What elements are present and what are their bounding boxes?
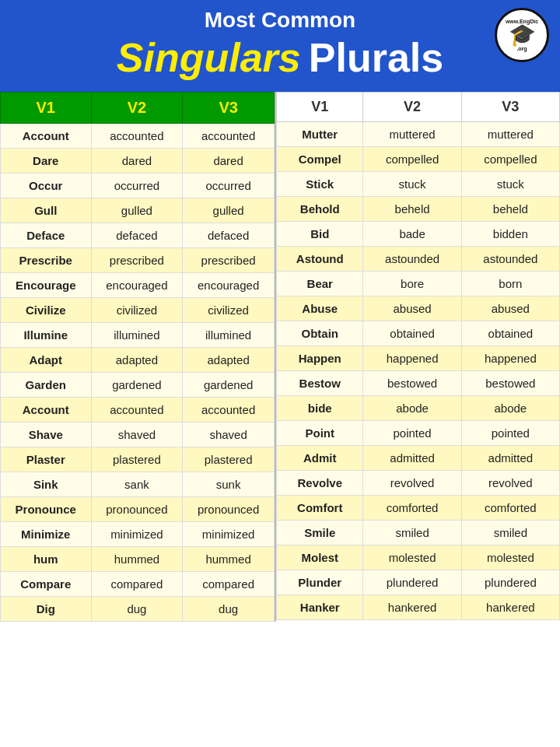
table-row: Prescribeprescribedprescribed [1,248,275,273]
table-row: Accountaccountedaccounted [1,398,275,423]
table-cell: beheld [363,197,461,222]
table-cell: minimized [183,522,275,547]
engdic-logo: www.EngDic 🎓 .org [495,8,549,62]
table-cell: Sink [1,472,92,497]
plurals-label: Plurals [309,34,443,81]
table-cell: civilized [91,298,183,323]
right-table-body: MuttermutteredmutteredCompelcompelledcom… [277,122,560,620]
subtitle-row: Singulars Plurals [16,34,544,81]
left-col-v2: V2 [91,93,183,124]
table-cell: Astound [277,247,363,272]
table-row: Daredareddared [1,149,275,174]
table-cell: encouraged [91,273,183,298]
table-row: Bidbadebidden [277,222,560,247]
table-cell: prescribed [183,248,275,273]
table-cell: stuck [363,172,461,197]
table-cell: compared [91,572,183,597]
singulars-label: Singulars [117,34,301,81]
table-cell: adapted [91,348,183,373]
table-cell: hummed [91,547,183,572]
left-col-v3: V3 [183,93,275,124]
table-cell: Molest [277,545,363,570]
table-cell: astounded [363,247,461,272]
table-cell: Stick [277,172,363,197]
table-cell: obtained [461,321,559,346]
table-cell: accounted [183,398,275,423]
table-row: Plasterplasteredplastered [1,447,275,472]
right-col-v2: V2 [363,93,461,122]
table-row: Occuroccurredoccurred [1,174,275,198]
table-cell: Compare [1,572,92,597]
table-cell: plastered [183,447,275,472]
table-cell: Plaster [1,447,92,472]
table-cell: Encourage [1,273,92,298]
table-cell: abused [461,296,559,321]
table-cell: Pronounce [1,497,92,522]
table-cell: Compel [277,147,363,172]
table-cell: revolved [461,471,559,496]
table-cell: illumined [91,323,183,348]
table-cell: Dig [1,597,92,622]
table-row: Molestmolestedmolested [277,545,560,570]
table-cell: Bid [277,222,363,247]
table-cell: Mutter [277,122,363,147]
most-common-title: Most Common [16,8,544,33]
table-cell: pronounced [183,497,275,522]
left-table-body: AccountaccountedaccountedDaredareddaredO… [1,124,275,622]
table-cell: comforted [461,496,559,521]
table-cell: Dare [1,149,92,174]
table-cell: revolved [363,471,461,496]
table-cell: Bestow [277,371,363,396]
table-cell: gulled [91,198,183,223]
table-cell: obtained [363,321,461,346]
table-cell: prescribed [91,248,183,273]
table-cell: dared [91,149,183,174]
table-cell: sunk [183,472,275,497]
table-cell: stuck [461,172,559,197]
table-cell: smiled [363,521,461,545]
table-row: Plunderplunderedplundered [277,570,560,595]
table-cell: hankered [461,595,559,620]
table-cell: smiled [461,521,559,545]
table-row: Minimizeminimizedminimized [1,522,275,547]
table-cell: compelled [461,147,559,172]
table-cell: dared [183,149,275,174]
table-row: Pronouncepronouncedpronounced [1,497,275,522]
table-cell: Account [1,124,92,149]
table-cell: Shave [1,423,92,447]
table-cell: accounted [91,398,183,423]
table-cell: abode [461,396,559,421]
table-row: Bearboreborn [277,272,560,296]
table-cell: dug [91,597,183,622]
table-cell: beheld [461,197,559,222]
table-cell: hum [1,547,92,572]
table-cell: sank [91,472,183,497]
table-cell: Illumine [1,323,92,348]
tables-wrapper: V1 V2 V3 AccountaccountedaccountedDareda… [0,92,560,622]
table-cell: molested [461,545,559,570]
table-cell: molested [363,545,461,570]
table-row: Illumineilluminedillumined [1,323,275,348]
table-cell: admitted [461,446,559,471]
table-cell: Point [277,421,363,446]
table-cell: Admit [277,446,363,471]
table-cell: Hanker [277,595,363,620]
table-row: Astoundastoundedastounded [277,247,560,272]
table-cell: Deface [1,223,92,248]
table-row: Muttermutteredmuttered [277,122,560,147]
table-row: Revolverevolvedrevolved [277,471,560,496]
table-row: Hankerhankeredhankered [277,595,560,620]
table-cell: Plunder [277,570,363,595]
table-cell: admitted [363,446,461,471]
table-cell: Account [1,398,92,423]
table-cell: Revolve [277,471,363,496]
table-row: Happenhappenedhappened [277,346,560,371]
table-row: Shaveshavedshaved [1,423,275,447]
table-cell: bore [363,272,461,296]
table-row: Pointpointedpointed [277,421,560,446]
table-cell: bestowed [363,371,461,396]
table-cell: Occur [1,174,92,198]
table-row: Comparecomparedcompared [1,572,275,597]
table-row: Abuseabusedabused [277,296,560,321]
table-row: Civilizecivilizedcivilized [1,298,275,323]
